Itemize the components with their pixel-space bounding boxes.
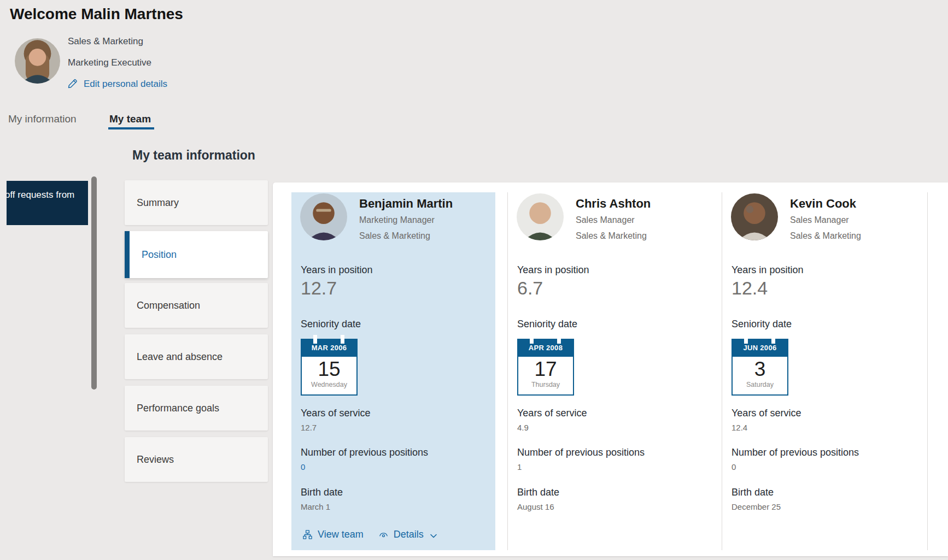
edit-personal-details-link[interactable]: Edit personal details <box>67 78 167 90</box>
calendar-ring <box>557 335 561 344</box>
profile-department: Sales & Marketing <box>68 36 143 47</box>
seniority-date-label: Seniority date <box>517 319 577 330</box>
years-in-position-value: 12.4 <box>732 278 768 299</box>
calendar-month-year: JUN 2006 <box>732 339 788 357</box>
member-department: Sales & Marketing <box>790 231 861 241</box>
calendar-day: 15 <box>302 358 356 381</box>
eye-icon <box>378 529 389 540</box>
view-team-button[interactable]: View team <box>302 529 364 540</box>
calendar-ring <box>341 335 344 344</box>
vertical-scrollbar-thumb[interactable] <box>91 176 97 390</box>
years-of-service-value: 12.4 <box>732 423 747 432</box>
birth-date-label: Birth date <box>301 487 343 498</box>
birth-date-value: March 1 <box>301 502 330 511</box>
nav-item-summary[interactable]: Summary <box>125 180 268 225</box>
previous-positions-value: 1 <box>517 462 522 471</box>
nav-item-reviews[interactable]: Reviews <box>125 437 268 482</box>
member-name: Benjamin Martin <box>359 197 453 211</box>
avatar <box>517 193 564 240</box>
seniority-date-label: Seniority date <box>732 319 792 330</box>
seniority-date-calendar: APR 2008 17 Thursday <box>517 339 574 396</box>
member-name: Chris Ashton <box>576 197 651 211</box>
calendar-ring <box>313 335 317 344</box>
seniority-date-calendar: MAR 2006 15 Wednesday <box>301 339 358 396</box>
profile-job-title: Marketing Executive <box>68 57 151 68</box>
member-job-title: Marketing Manager <box>359 215 435 225</box>
time-off-tooltip: off requests from <box>7 181 88 225</box>
years-of-service-label: Years of service <box>301 408 370 419</box>
seniority-date-calendar: JUN 2006 3 Saturday <box>732 339 788 396</box>
years-in-position-label: Years in position <box>301 264 372 276</box>
calendar-month-year: MAR 2006 <box>301 339 358 357</box>
edit-personal-details-label: Edit personal details <box>84 79 167 90</box>
calendar-weekday: Saturday <box>733 381 787 388</box>
previous-positions-label: Number of previous positions <box>517 447 645 458</box>
years-in-position-value: 12.7 <box>301 278 337 299</box>
tab-my-information[interactable]: My information <box>8 113 77 125</box>
avatar <box>731 193 778 240</box>
page-title: Welcome Malin Martnes <box>10 5 183 23</box>
team-card-benjamin-martin[interactable]: Benjamin Martin Marketing Manager Sales … <box>291 192 495 550</box>
calendar-ring <box>530 335 534 344</box>
time-off-tooltip-text: off requests from <box>7 190 88 201</box>
team-cards-panel: Benjamin Martin Marketing Manager Sales … <box>273 182 948 556</box>
birth-date-label: Birth date <box>732 487 774 498</box>
section-title: My team information <box>132 148 255 163</box>
calendar-day: 17 <box>518 358 573 381</box>
avatar <box>300 193 347 240</box>
tab-my-team[interactable]: My team <box>109 113 151 125</box>
avatar <box>15 38 60 84</box>
years-in-position-value: 6.7 <box>517 278 543 299</box>
details-button[interactable]: Details <box>378 529 438 540</box>
card-actions: View team Details <box>302 529 453 540</box>
birth-date-label: Birth date <box>517 487 559 498</box>
calendar-weekday: Wednesday <box>302 381 356 388</box>
member-department: Sales & Marketing <box>576 231 647 241</box>
seniority-date-label: Seniority date <box>301 319 361 330</box>
member-job-title: Sales Manager <box>790 215 849 225</box>
member-department: Sales & Marketing <box>359 231 430 241</box>
calendar-weekday: Thursday <box>518 381 573 388</box>
calendar-ring <box>744 335 748 344</box>
calendar-day: 3 <box>733 358 787 381</box>
nav-item-leave-and-absence[interactable]: Leave and absence <box>125 334 268 379</box>
nav-item-position[interactable]: Position <box>125 231 268 278</box>
previous-positions-value[interactable]: 0 <box>301 462 305 471</box>
nav-item-performance-goals[interactable]: Performance goals <box>125 386 268 431</box>
years-in-position-label: Years in position <box>517 264 589 276</box>
team-card-kevin-cook[interactable]: Kevin Cook Sales Manager Sales & Marketi… <box>722 192 928 550</box>
member-name: Kevin Cook <box>790 197 856 211</box>
nav-item-compensation[interactable]: Compensation <box>125 283 268 328</box>
years-of-service-label: Years of service <box>732 408 801 419</box>
years-in-position-label: Years in position <box>732 264 803 276</box>
member-job-title: Sales Manager <box>576 215 635 225</box>
active-tab-underline <box>108 127 154 129</box>
birth-date-value: August 16 <box>517 502 554 511</box>
years-of-service-value: 12.7 <box>301 423 317 432</box>
previous-positions-value: 0 <box>732 462 736 471</box>
years-of-service-label: Years of service <box>517 408 587 419</box>
org-chart-icon <box>302 529 313 540</box>
details-label: Details <box>394 529 424 540</box>
years-of-service-value: 4.9 <box>517 423 529 432</box>
team-card-chris-ashton[interactable]: Chris Ashton Sales Manager Sales & Marke… <box>507 192 722 550</box>
calendar-month-year: APR 2008 <box>517 339 574 357</box>
previous-positions-label: Number of previous positions <box>301 447 428 458</box>
page: Welcome Malin Martnes Sales & Marketing … <box>0 0 948 560</box>
chevron-down-icon <box>429 532 438 540</box>
pencil-icon <box>67 78 78 90</box>
previous-positions-label: Number of previous positions <box>732 447 859 458</box>
view-team-label: View team <box>318 529 364 540</box>
calendar-ring <box>771 335 775 344</box>
birth-date-value: December 25 <box>732 502 781 511</box>
